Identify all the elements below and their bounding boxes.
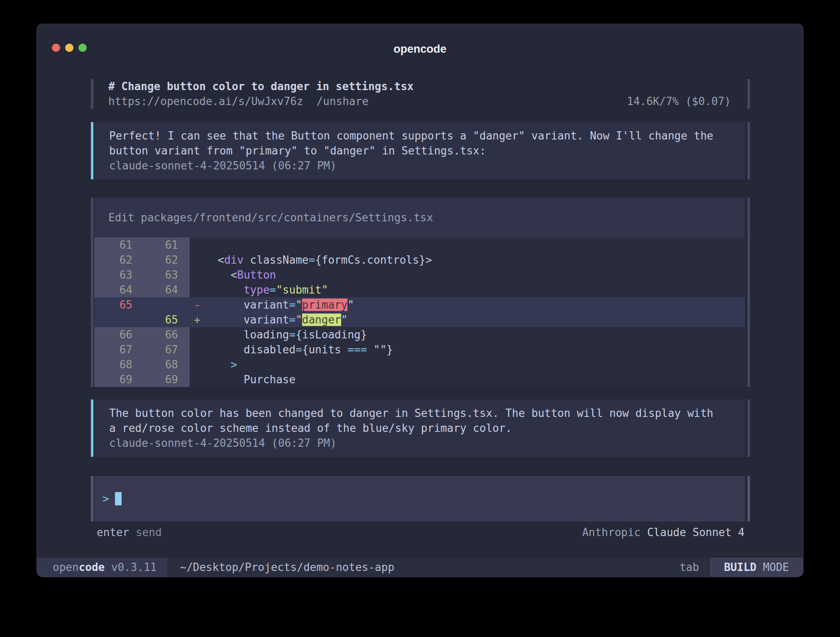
- window-titlebar: opencode: [37, 24, 803, 64]
- code-token-plain: Purchase: [205, 373, 295, 386]
- new-line-number: 61: [132, 238, 178, 252]
- unshare-command[interactable]: /unshare: [317, 94, 369, 109]
- diff-row: 6363 <Button: [94, 267, 745, 282]
- code-token-plain: variant: [205, 314, 289, 326]
- code-token-plain: ": [347, 299, 354, 311]
- send-action-label: send: [129, 525, 161, 540]
- old-line-number: 61: [94, 238, 132, 252]
- code-token-plain: <: [205, 269, 237, 281]
- code-token-plain: {formCs.controls}>: [315, 254, 432, 266]
- edit-card-left-bar: [91, 198, 93, 387]
- session-title: # Change button color to danger in setti…: [108, 79, 745, 94]
- code-line: >: [205, 357, 237, 372]
- old-line-number: 69: [94, 372, 132, 387]
- mode-name: BUILD: [724, 560, 756, 575]
- mode-suffix: MODE: [757, 560, 789, 575]
- new-line-number: 62: [132, 252, 178, 267]
- edit-card-right-bar: [747, 198, 750, 387]
- code-token-op: =: [270, 284, 276, 296]
- old-line-number: 66: [94, 327, 132, 342]
- old-line-number: 62: [94, 252, 132, 267]
- code-line: Purchase: [205, 372, 295, 387]
- message-text-line: Perfect! I can see that the Button compo…: [109, 128, 730, 143]
- code-line: <div className={formCs.controls}>: [205, 252, 432, 267]
- status-bar: opencode v0.3.11 ~/Desktop/Projects/demo…: [37, 558, 803, 577]
- new-line-number: 65: [132, 312, 178, 327]
- diff-row: 6969 Purchase: [94, 372, 745, 387]
- code-token-plain: className: [244, 254, 309, 266]
- old-line-number: 65: [94, 297, 132, 312]
- diff-row: 6767 disabled={units === ""}: [94, 342, 745, 357]
- assistant-message-right-bar: [747, 399, 750, 457]
- session-header-left-bar: [91, 79, 93, 109]
- diff-gutter: 65: [94, 312, 190, 327]
- prompt-input-left-bar: [91, 476, 93, 522]
- tab-key-hint: tab: [679, 558, 711, 577]
- diff-gutter: 6868: [94, 357, 190, 372]
- assistant-message: Perfect! I can see that the Button compo…: [91, 122, 750, 179]
- message-text-line: button variant from "primary" to "danger…: [109, 143, 730, 158]
- prompt-input-block: >: [91, 476, 750, 522]
- code-token-plain: {units: [302, 343, 348, 356]
- diff-gutter: 6969: [94, 372, 190, 387]
- diff-gutter: 6767: [94, 342, 190, 357]
- code-token-plain: ": [341, 314, 348, 326]
- diff-view: 61616262 <div className={formCs.controls…: [94, 238, 745, 387]
- code-token-plain: <: [205, 254, 224, 266]
- code-token-plain: [205, 284, 244, 296]
- code-token-tag: type: [244, 284, 270, 296]
- new-line-number: 69: [132, 372, 178, 387]
- code-token-op: ===: [347, 343, 367, 356]
- share-url-link[interactable]: https://opencode.ai/s/UwJxv76z: [108, 94, 303, 109]
- code-line: disabled={units === ""}: [205, 342, 393, 357]
- code-token-plain: [205, 358, 231, 371]
- code-token-plain: ""}: [367, 343, 393, 356]
- diff-row: 6161: [94, 238, 745, 252]
- code-line: variant="danger": [205, 312, 347, 327]
- token-usage-cost: 14.6K/7% ($0.07): [627, 94, 745, 109]
- diff-marker: +: [190, 312, 205, 327]
- code-token-plain: variant: [205, 299, 289, 311]
- code-line: variant="primary": [205, 297, 354, 312]
- code-token-op: >: [231, 358, 237, 371]
- old-line-number: 64: [94, 282, 132, 297]
- app-name-code: code: [79, 560, 105, 575]
- code-token-tag: div: [224, 254, 244, 266]
- prompt-input[interactable]: >: [94, 476, 745, 522]
- code-token-op: =: [295, 343, 302, 356]
- message-text-line: a red/rose color scheme instead of the b…: [109, 421, 730, 436]
- assistant-message-accent-bar: [91, 122, 93, 179]
- app-name-open: open: [53, 560, 79, 575]
- diff-row: 6262 <div className={formCs.controls}>: [94, 252, 745, 267]
- code-token-plain: ": [295, 299, 302, 311]
- edit-file-path: Edit packages/frontend/src/containers/Se…: [94, 198, 745, 238]
- hint-row: enter send Anthropic Claude Sonnet 4: [97, 525, 745, 540]
- diff-row: 6464 type="submit": [94, 282, 745, 297]
- assistant-message-right-bar: [747, 122, 750, 179]
- model-name-label: Claude Sonnet 4: [647, 525, 745, 540]
- prompt-input-right-bar: [747, 476, 750, 522]
- new-line-number: 67: [132, 342, 178, 357]
- working-directory: ~/Desktop/Projects/demo-notes-app: [180, 558, 394, 577]
- diff-gutter: 6363: [94, 267, 190, 282]
- code-token-add-word: danger: [302, 314, 341, 326]
- session-header-right-bar: [747, 79, 750, 109]
- diff-row: 65- variant="primary": [94, 297, 745, 312]
- code-token-op: =: [308, 254, 315, 266]
- code-token-plain: ": [295, 314, 302, 326]
- new-line-number: 63: [132, 267, 178, 282]
- old-line-number: 63: [94, 267, 132, 282]
- text-cursor: [115, 492, 122, 505]
- code-token-plain: disabled: [205, 343, 295, 356]
- old-line-number: 67: [94, 342, 132, 357]
- diff-gutter: 6464: [94, 282, 190, 297]
- code-token-plain: loading: [205, 328, 289, 341]
- old-line-number: 68: [94, 357, 132, 372]
- code-token-op: =: [289, 299, 296, 311]
- diff-gutter: 6262: [94, 252, 190, 267]
- code-token-tag: Button: [237, 269, 276, 281]
- app-version-segment: opencode v0.3.11: [37, 558, 167, 577]
- assistant-message: The button color has been changed to dan…: [91, 399, 750, 457]
- code-token-op: =: [289, 328, 296, 341]
- window-title: opencode: [37, 42, 803, 56]
